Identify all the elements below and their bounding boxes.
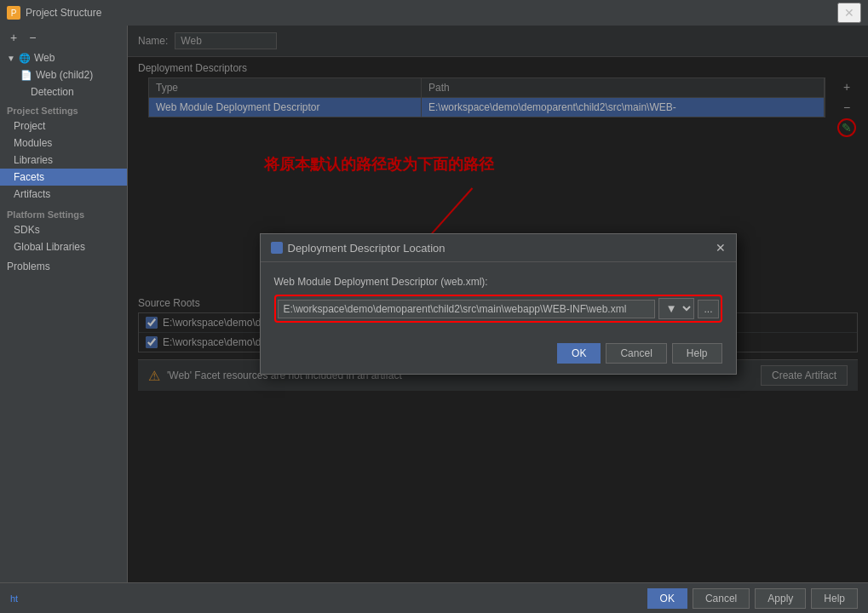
dialog-ok-button[interactable]: OK: [557, 343, 601, 364]
dialog-title-text: Deployment Descriptor Location: [271, 242, 445, 255]
dialog-help-button[interactable]: Help: [672, 343, 722, 364]
url-hint: ht: [10, 593, 18, 604]
dialog-title-bar: Deployment Descriptor Location ✕: [261, 234, 736, 262]
sidebar-item-project[interactable]: Project: [0, 117, 127, 135]
bottom-cancel-button[interactable]: Cancel: [693, 588, 750, 609]
platform-settings-label: Platform Settings: [0, 203, 127, 221]
descriptor-path-input[interactable]: [278, 300, 656, 318]
descriptor-label: Web Module Deployment Descriptor (web.xm…: [274, 276, 722, 288]
dialog-footer: OK Cancel Help: [261, 336, 736, 374]
web-child-icon: 📄: [20, 70, 32, 81]
window-close-button[interactable]: ✕: [837, 3, 861, 23]
sidebar-add-button[interactable]: +: [7, 29, 20, 46]
tree-item-web[interactable]: ▼ 🌐 Web: [0, 49, 127, 66]
window-title: Project Structure: [26, 7, 837, 19]
main-content: + − ▼ 🌐 Web 📄 Web (child2) Detection Pro…: [0, 26, 868, 582]
arrow-icon: ▼: [7, 54, 15, 63]
bottom-help-button[interactable]: Help: [811, 588, 858, 609]
web-icon: 🌐: [19, 53, 31, 64]
dialog-overlay: Deployment Descriptor Location ✕ Web Mod…: [128, 26, 868, 582]
sidebar-remove-button[interactable]: −: [26, 29, 39, 46]
title-icon: P: [7, 6, 20, 20]
title-bar: P Project Structure ✕: [0, 0, 868, 26]
main-panel: Name: Deployment Descriptors Type Path W…: [128, 26, 868, 582]
dialog-cancel-button[interactable]: Cancel: [606, 343, 666, 364]
project-settings-label: Project Settings: [0, 100, 127, 117]
deployment-descriptor-dialog: Deployment Descriptor Location ✕ Web Mod…: [260, 233, 737, 375]
sidebar-item-libraries[interactable]: Libraries: [0, 152, 127, 169]
dialog-browse-button[interactable]: ...: [698, 300, 718, 318]
sidebar: + − ▼ 🌐 Web 📄 Web (child2) Detection Pro…: [0, 26, 128, 582]
sidebar-item-global-libraries[interactable]: Global Libraries: [0, 238, 127, 255]
sidebar-item-artifacts[interactable]: Artifacts: [0, 186, 127, 203]
bottom-apply-button[interactable]: Apply: [755, 588, 806, 609]
dialog-input-row: ▼ ...: [274, 295, 722, 323]
sidebar-toolbar: + −: [0, 26, 127, 49]
dialog-close-button[interactable]: ✕: [716, 241, 726, 255]
sidebar-item-facets[interactable]: Facets: [0, 169, 127, 186]
bottom-ok-button[interactable]: OK: [647, 588, 687, 609]
sidebar-item-problems[interactable]: Problems: [0, 255, 127, 278]
tree-item-web-child2[interactable]: 📄 Web (child2): [0, 66, 127, 83]
descriptor-path-dropdown[interactable]: ▼: [658, 298, 694, 319]
dialog-body: Web Module Deployment Descriptor (web.xm…: [261, 262, 736, 336]
tree-item-detection[interactable]: Detection: [0, 83, 127, 100]
project-structure-window: P Project Structure ✕ + − ▼ 🌐 Web 📄 Web …: [0, 0, 868, 613]
sidebar-item-modules[interactable]: Modules: [0, 135, 127, 152]
bottom-bar: ht OK Cancel Apply Help: [0, 582, 868, 613]
sidebar-item-sdks[interactable]: SDKs: [0, 221, 127, 238]
dialog-title-icon: [271, 242, 283, 254]
